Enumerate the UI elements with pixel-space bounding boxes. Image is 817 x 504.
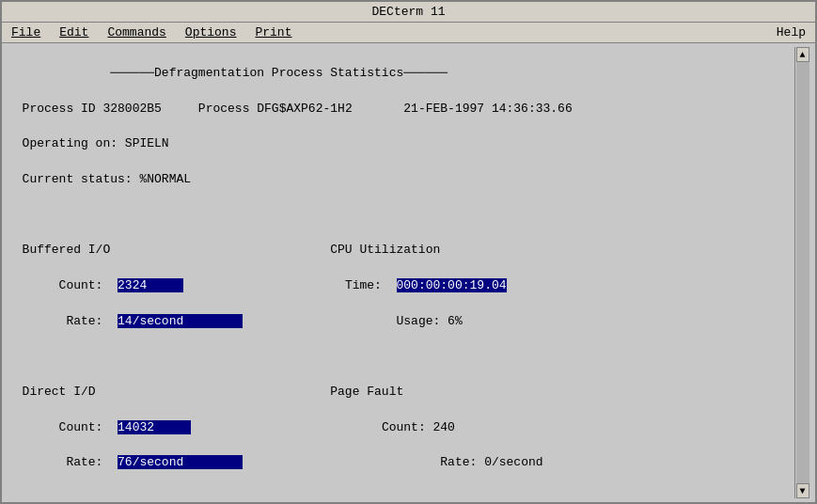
buffered-cpu-header: Buffered I/O CPU Utilization [8,242,794,260]
direct-count-highlight: 14032 [118,420,191,434]
blank1 [8,207,794,225]
window: DECterm 11 File Edit Commands Options Pr… [0,0,817,504]
cpu-time-value: 000:00:00:19.04 [397,278,507,292]
process-line: Process ID 328002B5 Process DFG$AXP62-1H… [8,101,794,118]
process-dfg-value: DFG$AXP62-1H2 [257,102,352,116]
section-title-line: ──────Defragmentation Process Statistics… [8,65,794,83]
scroll-up-arrow[interactable]: ▲ [796,47,809,62]
menu-help[interactable]: Help [771,24,811,40]
title-bar: DECterm 11 [2,2,815,23]
buffered-rate-highlight: 14/second [118,314,243,328]
cpu-time-highlight: 000:00:00:19.04 [397,278,507,292]
date-value: 21-FEB-1997 14:36:33.66 [403,102,572,116]
count-time-line: Count: 2324 Time: 000:00:00:19.04 [8,277,794,295]
direct-count-value: 14032 [118,420,154,434]
direct-count-pf-count: Count: 14032 Count: 240 [8,419,794,437]
process-id-value: 328002B5 [102,102,161,116]
current-status-value: %NORMAL [139,172,191,186]
menu-commands[interactable]: Commands [102,24,171,40]
direct-rate-highlight: 76/second [118,455,243,469]
status-line: Current status: %NORMAL [8,171,794,189]
blank3 [8,490,794,502]
cpu-usage-value: 6% [448,314,463,328]
operating-on-value: SPIELN [125,136,169,150]
pf-count-value: 240 [433,420,455,434]
scroll-track [796,62,809,483]
direct-pf-header: Direct I/D Page Fault [8,384,794,402]
pf-rate-value: 0/second [484,455,542,469]
rate-usage-line: Rate: 14/second Usage: 6% [8,313,794,331]
scroll-down-arrow[interactable]: ▼ [796,483,809,498]
menu-file[interactable]: File [6,24,46,40]
direct-rate-pf-rate: Rate: 76/second Rate: 0/second [8,454,794,472]
buffered-count-value: 2324 [118,278,147,292]
direct-rate-value: 76/second [118,455,183,469]
operating-line: Operating on: SPIELN [8,135,794,153]
terminal-content: ──────Defragmentation Process Statistics… [8,47,794,498]
menu-bar: File Edit Commands Options Print Help [2,23,815,43]
scrollbar-vertical[interactable]: ▲ ▼ [794,47,809,498]
buffered-count-highlight: 2324 [118,278,183,292]
buffered-rate-value: 14/second [118,314,183,328]
window-title: DECterm 11 [371,5,445,19]
menu-edit[interactable]: Edit [54,24,94,40]
blank2 [8,348,794,366]
terminal-area: ──────Defragmentation Process Statistics… [2,43,815,502]
menu-print[interactable]: Print [249,24,297,40]
menu-options[interactable]: Options [180,24,243,40]
